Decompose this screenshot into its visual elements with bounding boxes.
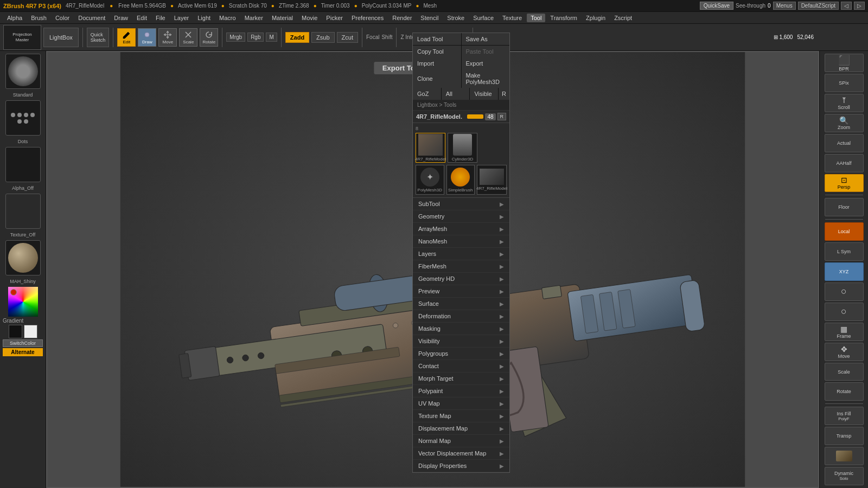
mrgb-button[interactable]: Mrgb — [226, 33, 245, 42]
menu-alpha[interactable]: Alpha — [3, 14, 26, 22]
nav-right-button[interactable]: ▷ — [854, 2, 865, 10]
menu-stroke[interactable]: Stroke — [443, 14, 468, 22]
actual-button[interactable]: Actual — [825, 134, 864, 152]
material-right-button[interactable] — [825, 447, 864, 465]
menu-vectordisplacement[interactable]: Vector Displacement Map▶ — [413, 447, 509, 460]
aahalf-button[interactable]: AAHalf — [825, 154, 864, 172]
zadd-button[interactable]: Zadd — [285, 32, 309, 43]
brush-thumb[interactable] — [5, 54, 41, 89]
r-button[interactable]: R — [499, 88, 509, 100]
menus-button[interactable]: Menus — [773, 2, 796, 10]
import-button[interactable]: Import — [413, 57, 461, 69]
menu-layer[interactable]: Layer — [170, 14, 193, 22]
menu-deformation[interactable]: Deformation▶ — [413, 310, 509, 323]
move-button[interactable]: Move — [158, 28, 177, 47]
nav-left-button[interactable]: ◁ — [841, 2, 852, 10]
scale-button[interactable]: Scale — [179, 28, 197, 47]
right-circle1[interactable]: ○ — [825, 282, 864, 301]
alpha-thumb[interactable] — [5, 147, 41, 182]
menu-contact[interactable]: Contact▶ — [413, 360, 509, 373]
menu-surface[interactable]: Surface▶ — [413, 298, 509, 310]
menu-brush[interactable]: Brush — [27, 14, 50, 22]
menu-polygroups[interactable]: Polygroups▶ — [413, 348, 509, 360]
menu-geometryhd[interactable]: Geometry HD▶ — [413, 273, 509, 285]
thumb-gun2[interactable]: 4R7_RifleModel — [477, 165, 507, 195]
white-swatch[interactable] — [24, 325, 37, 338]
bpr-button[interactable]: ⬛ BPR — [825, 54, 864, 72]
menu-draw[interactable]: Draw — [110, 14, 132, 22]
transp-button[interactable]: Transp — [825, 427, 864, 445]
zoom-button[interactable]: 🔍 Zoom — [825, 114, 864, 132]
menu-masking[interactable]: Masking▶ — [413, 323, 509, 335]
rotate-button[interactable]: Rotate — [200, 28, 218, 47]
menu-texturemap[interactable]: Texture Map▶ — [413, 410, 509, 422]
material-thumb[interactable] — [5, 240, 41, 275]
thumb-gun1[interactable]: 4R7_RifleModel — [416, 133, 445, 163]
menu-movie[interactable]: Movie — [298, 14, 321, 22]
local-button[interactable]: Local — [825, 222, 864, 241]
menu-morphtarget[interactable]: Morph Target▶ — [413, 373, 509, 385]
quicksave-button[interactable]: QuickSave — [700, 2, 733, 10]
menu-polypaint[interactable]: Polypaint▶ — [413, 385, 509, 397]
thumb-simplebrush[interactable]: SimpleBrush — [446, 165, 475, 195]
paste-tool-button[interactable]: Paste Tool — [462, 46, 510, 57]
floor-button[interactable]: Floor — [825, 198, 864, 216]
menu-tool[interactable]: Tool — [527, 14, 545, 22]
menu-macro[interactable]: Macro — [215, 14, 240, 22]
menu-displacementmap[interactable]: Displacement Map▶ — [413, 422, 509, 435]
menu-picker[interactable]: Picker — [322, 14, 347, 22]
move-right-button[interactable]: ✥ Move — [825, 343, 864, 361]
goz-button[interactable]: GoZ — [413, 88, 441, 100]
make-polymesh3d-button[interactable]: Make PolyMesh3D — [462, 69, 510, 88]
menu-zscript[interactable]: Zscript — [610, 14, 636, 22]
menu-preview[interactable]: Preview▶ — [413, 285, 509, 298]
scroll-button[interactable]: ⤒ Scroll — [825, 94, 864, 112]
menu-file[interactable]: File — [152, 14, 169, 22]
projection-master-button[interactable]: ProjectionMaster — [3, 25, 41, 50]
menu-fibermesh[interactable]: FiberMesh▶ — [413, 260, 509, 273]
menu-document[interactable]: Document — [74, 14, 109, 22]
menu-visibility[interactable]: Visibility▶ — [413, 335, 509, 348]
quicksketch-button[interactable]: QuickSketch — [87, 28, 110, 47]
menu-geometry[interactable]: Geometry▶ — [413, 210, 509, 223]
zsub-button[interactable]: Zsub — [311, 32, 334, 43]
export-button[interactable]: Export — [462, 57, 510, 69]
frame-button[interactable]: ▦ Frame — [825, 323, 864, 341]
lightbox-button[interactable]: LightBox — [43, 28, 79, 47]
menu-normalmap[interactable]: Normal Map▶ — [413, 435, 509, 447]
menu-color[interactable]: Color — [52, 14, 73, 22]
menu-texture[interactable]: Texture — [499, 14, 526, 22]
insfill-button[interactable]: Ins Fill PolyF — [825, 407, 864, 425]
menu-displayproperties[interactable]: Display Properties▶ — [413, 460, 509, 472]
thumb-cylinder[interactable]: Cylinder3D — [448, 133, 477, 163]
menu-layers[interactable]: Layers▶ — [413, 248, 509, 260]
m-button[interactable]: M — [266, 33, 277, 42]
load-tool-button[interactable]: Load Tool — [413, 33, 461, 45]
color-picker[interactable] — [8, 287, 38, 317]
thumb-polymesh[interactable]: ✦ PolyMesh3D — [416, 165, 444, 195]
zcut-button[interactable]: Zcut — [337, 32, 358, 43]
stroke-thumb[interactable] — [5, 100, 41, 136]
scale-right-button[interactable]: Scale — [825, 363, 864, 381]
menu-uvmap[interactable]: UV Map▶ — [413, 397, 509, 410]
default-zscript-button[interactable]: DefaultZScript — [798, 2, 839, 10]
draw-button[interactable]: Draw — [138, 28, 156, 47]
menu-surface[interactable]: Surface — [469, 14, 497, 22]
alternate-button[interactable]: Alternate — [3, 348, 43, 356]
dynamic-button[interactable]: Dynamic Solo — [825, 467, 864, 485]
spix-button[interactable]: SPix — [825, 74, 864, 92]
switch-color-button[interactable]: SwitchColor — [3, 339, 43, 347]
clone-button[interactable]: Clone — [413, 69, 461, 88]
r-badge-button[interactable]: R — [497, 113, 507, 120]
menu-nanomesh[interactable]: NanoMesh▶ — [413, 235, 509, 248]
menu-transform[interactable]: Transform — [546, 14, 581, 22]
lsym-button[interactable]: L Sym — [825, 242, 864, 261]
menu-subtool[interactable]: SubTool▶ — [413, 198, 509, 210]
menu-render[interactable]: Render — [388, 14, 416, 22]
menu-zplugin[interactable]: Zplugin — [582, 14, 609, 22]
visible-button[interactable]: Visible — [470, 88, 498, 100]
edit-button[interactable]: Edit — [117, 28, 136, 47]
menu-marker[interactable]: Marker — [241, 14, 267, 22]
menu-arraymesh[interactable]: ArrayMesh▶ — [413, 223, 509, 235]
xyz-button[interactable]: XYZ — [825, 262, 864, 281]
